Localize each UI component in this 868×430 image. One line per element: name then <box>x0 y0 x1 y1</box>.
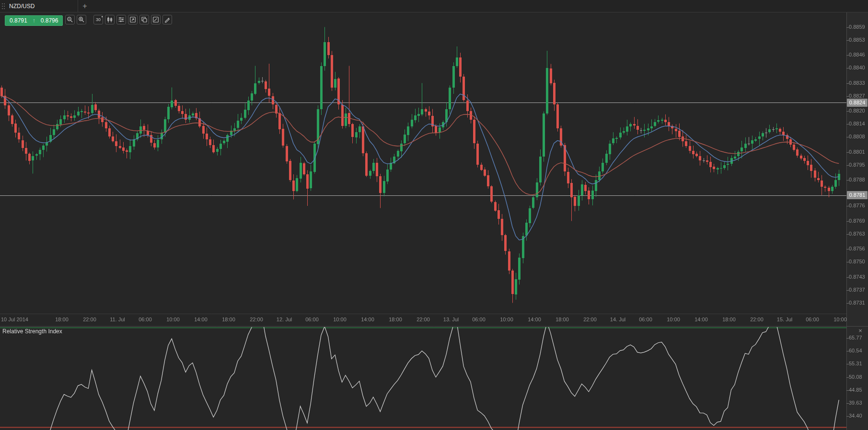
chart-type-button[interactable] <box>105 15 115 24</box>
indicators-button[interactable] <box>116 15 126 24</box>
duplicate-icon <box>141 16 148 23</box>
price-up-arrow-icon: ↑ <box>32 17 36 24</box>
buy-price-button[interactable]: 0.8796 <box>36 16 63 25</box>
brush-icon <box>164 16 171 23</box>
edit-icon <box>152 16 159 23</box>
plus-icon: + <box>82 2 87 11</box>
chart-toolbar: 30 <box>65 15 174 24</box>
timeframe-button[interactable]: 30 <box>93 15 103 24</box>
chart-canvas[interactable] <box>0 0 868 430</box>
brush-button[interactable] <box>162 15 172 24</box>
edit-button[interactable] <box>151 15 161 24</box>
expand-button[interactable] <box>128 15 138 24</box>
expand-icon <box>129 16 136 23</box>
trading-app-window: NZD/USD + 0.8791 ↑ 0.8796 30 0.88590.885… <box>0 0 868 430</box>
tab-label: NZD/USD <box>9 3 35 10</box>
sliders-icon <box>118 16 125 23</box>
zoom-in-icon <box>78 16 85 23</box>
candles-icon <box>106 16 113 23</box>
tab-nzdusd[interactable]: NZD/USD <box>6 0 78 12</box>
duplicate-button[interactable] <box>139 15 149 24</box>
rsi-panel-title: Relative Strength Index <box>2 328 62 335</box>
zoom-in-button[interactable] <box>77 15 86 24</box>
tab-bar: NZD/USD + <box>0 0 868 12</box>
timeframe-label: 30 <box>96 18 101 22</box>
zoom-out-button[interactable] <box>65 15 75 24</box>
drag-grip-icon[interactable] <box>1 3 6 9</box>
quote-pill: 0.8791 ↑ 0.8796 <box>5 15 63 26</box>
zoom-out-icon <box>67 16 73 23</box>
new-tab-button[interactable]: + <box>78 0 92 12</box>
sell-price-button[interactable]: 0.8791 <box>5 16 32 25</box>
rsi-close-button[interactable]: × <box>856 327 864 334</box>
